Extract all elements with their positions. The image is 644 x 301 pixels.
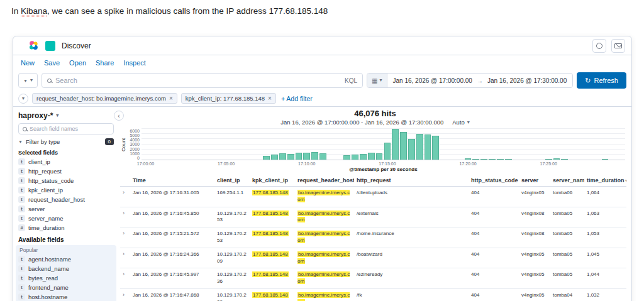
histogram-bar[interactable] bbox=[416, 134, 423, 160]
histogram-bar[interactable] bbox=[392, 129, 399, 160]
histogram-bar[interactable] bbox=[303, 153, 310, 160]
field-item[interactable]: t agent.hostname bbox=[18, 254, 114, 264]
histogram-bar[interactable] bbox=[408, 139, 415, 160]
field-type-icon: t bbox=[18, 293, 25, 300]
field-item[interactable]: t client_ip bbox=[18, 157, 114, 167]
filter-pill[interactable]: kpk_client_ip: 177.68.185.148 × bbox=[181, 93, 276, 104]
cell-request-header-host: bo.imagemine.imerys.com bbox=[295, 248, 354, 268]
refresh-icon: ↻ bbox=[585, 77, 591, 85]
quick-select-button[interactable]: ▦ ▾ bbox=[367, 74, 387, 87]
col-time-duration[interactable]: time_duration▾ bbox=[584, 174, 626, 187]
col-time[interactable]: Time bbox=[130, 174, 214, 187]
histogram-bar[interactable] bbox=[553, 158, 560, 160]
histogram-bar[interactable] bbox=[263, 156, 270, 160]
kql-label[interactable]: KQL bbox=[345, 77, 357, 84]
search-input[interactable]: Search KQL bbox=[42, 73, 363, 88]
histogram-bar[interactable] bbox=[287, 154, 294, 160]
menu-item[interactable]: Share bbox=[96, 59, 114, 67]
histogram-bar[interactable] bbox=[465, 158, 472, 160]
histogram-bar[interactable] bbox=[384, 143, 391, 160]
field-item[interactable]: t frontend_name bbox=[18, 283, 114, 292]
date-start[interactable]: Jan 16, 2026 @ 17:00:00.00 bbox=[393, 77, 472, 84]
col-kpk-client-ip[interactable]: kpk_client_ip bbox=[250, 174, 295, 187]
field-item[interactable]: t host.hostname bbox=[18, 292, 114, 301]
expand-row-icon[interactable]: › bbox=[120, 207, 130, 227]
close-icon[interactable]: × bbox=[169, 96, 173, 102]
highlighted-value: bo.imagemine.imerys.com bbox=[297, 190, 350, 202]
histogram-bar[interactable] bbox=[360, 154, 367, 160]
menu-item[interactable]: New bbox=[21, 59, 35, 67]
histogram-bar[interactable] bbox=[472, 159, 479, 160]
feedback-button[interactable] bbox=[611, 39, 625, 53]
histogram-bar[interactable] bbox=[319, 153, 326, 160]
elastic-logo[interactable] bbox=[28, 40, 39, 51]
collapse-sidebar-button[interactable]: ‹ bbox=[114, 111, 124, 121]
field-search-input[interactable]: Search field names bbox=[18, 123, 114, 134]
expand-row-icon[interactable]: › bbox=[120, 248, 130, 268]
col-server-name[interactable]: server_name bbox=[550, 174, 584, 187]
index-pattern-switcher[interactable]: haproxy-* ▾ bbox=[18, 110, 114, 121]
add-filter-link[interactable]: + Add filter bbox=[281, 95, 313, 102]
filter-pill[interactable]: request_header_host: bo.imagemine.imerys… bbox=[32, 93, 177, 104]
filter-by-type-button[interactable]: ▼ Filter by type 0 bbox=[18, 136, 114, 146]
histogram-bar[interactable] bbox=[279, 153, 286, 160]
histogram-bar[interactable] bbox=[545, 159, 552, 160]
field-item[interactable]: t server_name bbox=[18, 214, 114, 223]
cell-time: Jan 16, 2026 @ 17:16:24.366 bbox=[130, 248, 214, 268]
field-item[interactable]: t request_header_host bbox=[18, 195, 114, 204]
x-tick-label: 17:20:00 bbox=[459, 161, 476, 166]
histogram-bar[interactable] bbox=[432, 136, 439, 160]
cloud-status-button[interactable] bbox=[592, 39, 606, 53]
menu-button[interactable] bbox=[19, 40, 22, 52]
menu-item[interactable]: Inspect bbox=[123, 59, 145, 67]
field-item[interactable]: t backend_name bbox=[18, 264, 114, 273]
query-menu-button[interactable]: ▼ ▾ bbox=[18, 73, 38, 88]
col-http-status-code[interactable]: http_status_code bbox=[469, 174, 519, 187]
histogram-bar[interactable] bbox=[343, 155, 350, 160]
histogram-bar[interactable] bbox=[352, 155, 358, 160]
interval-select[interactable]: Auto ▾ bbox=[452, 119, 470, 126]
field-search-placeholder: Search field names bbox=[30, 126, 78, 132]
close-icon[interactable]: × bbox=[268, 96, 272, 102]
expand-row-icon[interactable]: › bbox=[120, 288, 130, 301]
col-request-header-host[interactable]: request_header_host bbox=[295, 174, 354, 187]
app-title: Discover bbox=[62, 41, 91, 50]
space-icon[interactable] bbox=[45, 41, 55, 51]
field-item[interactable]: t http_request bbox=[18, 167, 114, 176]
search-icon bbox=[47, 79, 52, 83]
histogram-bar[interactable] bbox=[561, 159, 568, 160]
col-http-request[interactable]: http_request bbox=[354, 174, 469, 187]
menu-item[interactable]: Open bbox=[69, 59, 86, 67]
histogram-bar[interactable] bbox=[425, 134, 431, 160]
histogram-bar[interactable] bbox=[489, 159, 496, 160]
histogram-bar[interactable] bbox=[368, 153, 375, 160]
expand-row-icon[interactable]: › bbox=[120, 268, 130, 289]
col-client-ip[interactable]: client_ip bbox=[214, 174, 250, 187]
field-item[interactable]: t server bbox=[18, 204, 114, 214]
date-end[interactable]: Jan 16, 2026 @ 17:30:00.00 bbox=[487, 77, 567, 84]
histogram-bar[interactable] bbox=[296, 153, 303, 160]
table-row: ›Jan 16, 2026 @ 17:16:24.36610.129.170.2… bbox=[120, 248, 626, 268]
histogram-bar[interactable] bbox=[602, 159, 609, 160]
expand-row-icon[interactable]: › bbox=[120, 227, 130, 248]
histogram-bar[interactable] bbox=[311, 152, 318, 160]
histogram-bar[interactable] bbox=[376, 153, 383, 160]
filter-bar: ▼ request_header_host: bo.imagemine.imer… bbox=[13, 90, 631, 107]
histogram-bar[interactable] bbox=[497, 159, 504, 160]
col-server[interactable]: server bbox=[519, 174, 550, 187]
histogram-bar[interactable] bbox=[271, 155, 278, 160]
field-type-icon: t bbox=[18, 256, 25, 263]
field-item[interactable]: t http_status_code bbox=[18, 176, 114, 185]
filter-options-button[interactable]: ▼ bbox=[18, 94, 28, 104]
field-item[interactable]: t bytes_read bbox=[18, 273, 114, 283]
histogram-bar[interactable] bbox=[480, 159, 487, 160]
field-name: bytes_read bbox=[28, 275, 58, 282]
histogram-bar[interactable] bbox=[400, 132, 407, 160]
menu-item[interactable]: Save bbox=[44, 59, 60, 67]
histogram-bar[interactable] bbox=[505, 159, 512, 160]
refresh-button[interactable]: ↻ Refresh bbox=[577, 72, 626, 89]
hits-count: 46,076 hits bbox=[119, 109, 631, 118]
field-item[interactable]: # time_duration bbox=[18, 223, 114, 233]
field-item[interactable]: t kpk_client_ip bbox=[18, 185, 114, 195]
expand-row-icon[interactable]: › bbox=[120, 187, 130, 207]
